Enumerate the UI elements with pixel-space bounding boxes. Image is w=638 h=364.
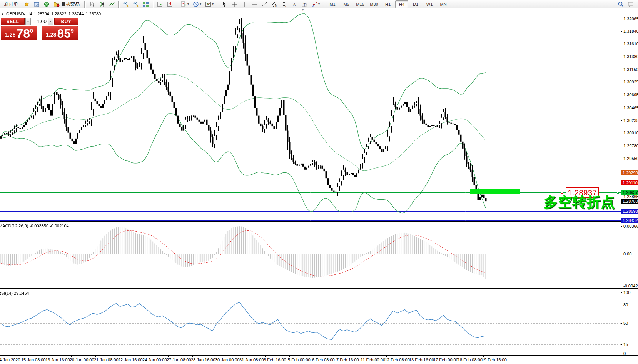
time-axis-label: 17 Feb 00:00 [433,357,458,362]
time-axis-tick [362,356,362,357]
timeframe-m30-button[interactable]: M30 [367,0,381,8]
rsi-indicator-chart[interactable] [0,290,621,355]
one-click-collapse-icon[interactable]: ▲ [1,12,4,16]
macd-axis-label: 0.00 [623,252,631,256]
volume-stepper: ▼ 1.00 ▲ [25,18,53,25]
trendline-button[interactable] [260,0,269,8]
periods-button[interactable]: ▾ [191,0,203,8]
line-anchor[interactable] [617,192,619,194]
time-axis-label: 24 Jan 00:00 [142,357,167,362]
macd-axis-tick [621,254,622,254]
macd-indicator-chart[interactable] [0,222,621,289]
time-axis-label: 19 Feb 16:00 [482,357,507,362]
candlestick-chart-icon[interactable] [97,0,107,8]
buy-price-button[interactable]: 1.28 85 9 [42,26,78,40]
main-price-chart[interactable] [0,10,621,222]
price-axis-label: 1.32065 [623,17,638,21]
time-axis-label: 16 Jan 16:00 [45,357,70,362]
vertical-line-button[interactable] [240,0,249,8]
sell-price-button[interactable]: 1.28 78 0 [1,26,37,40]
macd-label: MACD(12,26,9) -0.003350 -0.002104 [0,224,69,228]
price-badge: 1.29290 [621,170,638,175]
market-watch-icon[interactable] [22,0,31,8]
chinese-annotation-text[interactable]: 多空转折点 [544,193,615,212]
time-axis-tick [192,356,193,357]
time-axis-tick [338,356,338,357]
time-axis-label: 30 Jan 00:00 [215,357,240,362]
time-axis-label: 5 Feb 00:00 [288,357,311,362]
time-axis-label: 21 Jan 08:00 [94,357,119,362]
quote-close: 1.28780 [85,12,101,16]
price-axis-tick [621,95,622,95]
templates-button[interactable]: ▾ [204,0,215,8]
text-button[interactable]: A [290,0,299,8]
volume-down-button[interactable]: ▼ [25,18,31,25]
sell-button[interactable]: SELL [1,18,25,25]
price-axis-tick [621,70,622,70]
timeframe-w1-button[interactable]: W1 [423,0,436,8]
macd-axis-label: -0.00422 [623,284,638,288]
timeframe-h4-button[interactable]: H4 [395,0,408,8]
rsi-axis-tick [621,305,622,305]
rsi-label: RSI(14) 29.0454 [0,291,29,296]
zoom-in-icon[interactable] [121,0,130,8]
price-badge: 1.28780 [621,199,638,204]
arrows-button[interactable]: ▾ [310,0,321,8]
time-axis-tick [483,356,484,357]
price-badge: 1.28598 [621,209,638,214]
rsi-axis-label: 80 [623,302,628,307]
chat-icon[interactable] [626,0,635,8]
crosshair-button[interactable] [230,0,239,8]
fibonacci-button[interactable]: F [280,0,289,8]
indicators-button[interactable]: ▾ [179,0,190,8]
time-axis-label: 7 Feb 16:00 [336,357,359,362]
line-chart-icon[interactable] [107,0,117,8]
highlight-rectangle[interactable] [470,189,520,194]
timeframe-m1-button[interactable]: M1 [326,0,339,8]
volume-input[interactable]: 1.00 [31,18,48,25]
symbol-period-label: GBPUSD-,H4 [6,12,32,16]
one-click-trading-panel: SELL ▼ 1.00 ▲ BUY 1.28 78 0 1.28 85 9 [1,18,78,40]
svg-text:F: F [285,5,287,7]
equidistant-channel-button[interactable]: E [270,0,279,8]
autotrading-button[interactable]: 自动交易 [52,0,83,8]
buy-button[interactable]: BUY [54,18,78,25]
new-order-button[interactable]: 新订单 [1,0,21,8]
auto-scroll-icon[interactable] [155,0,164,8]
price-axis-tick [621,120,622,121]
search-icon[interactable] [616,0,625,8]
time-axis-tick [241,356,241,357]
timeframe-mn-button[interactable]: MN [437,0,450,8]
timeframe-d1-button[interactable]: D1 [409,0,422,8]
price-axis-label: 1.31610 [623,42,638,46]
text-label-button[interactable]: T [300,0,309,8]
timeframe-h1-button[interactable]: H1 [381,0,394,8]
price-axis-tick [621,19,622,19]
time-axis-tick [314,356,314,357]
toolbar-separator [118,1,120,8]
bars-chart-icon[interactable] [87,0,97,8]
navigator-icon[interactable] [32,0,41,8]
time-axis-tick [265,356,266,357]
macd-axis-label: 0.003667 [623,224,638,229]
terminal-icon[interactable] [42,0,51,8]
zoom-out-icon[interactable] [131,0,140,8]
buy-price-pip: 9 [71,28,74,34]
cursor-button[interactable] [220,0,229,8]
buy-price-main: 85 [57,28,71,39]
price-axis-tick [621,57,622,57]
price-axis-label: 1.30235 [623,118,638,123]
timeframe-m5-button[interactable]: M5 [340,0,353,8]
rsi-axis-label: 100 [623,290,630,295]
timeframe-m15-button[interactable]: M15 [354,0,367,8]
tile-windows-icon[interactable] [141,0,150,8]
rsi-axis-label: 0 [623,351,626,356]
volume-up-button[interactable]: ▲ [48,18,53,25]
time-axis-label: 6 Feb 08:00 [312,357,335,362]
chart-shift-icon[interactable] [165,0,174,8]
time-axis-label: 31 Jan 08:00 [239,357,264,362]
time-axis-label: 3 Feb 16:00 [264,357,286,362]
time-axis-label: 27 Jan 08:00 [167,357,191,362]
rsi-axis-label: 15 [623,342,628,347]
horizontal-line-button[interactable] [250,0,259,8]
